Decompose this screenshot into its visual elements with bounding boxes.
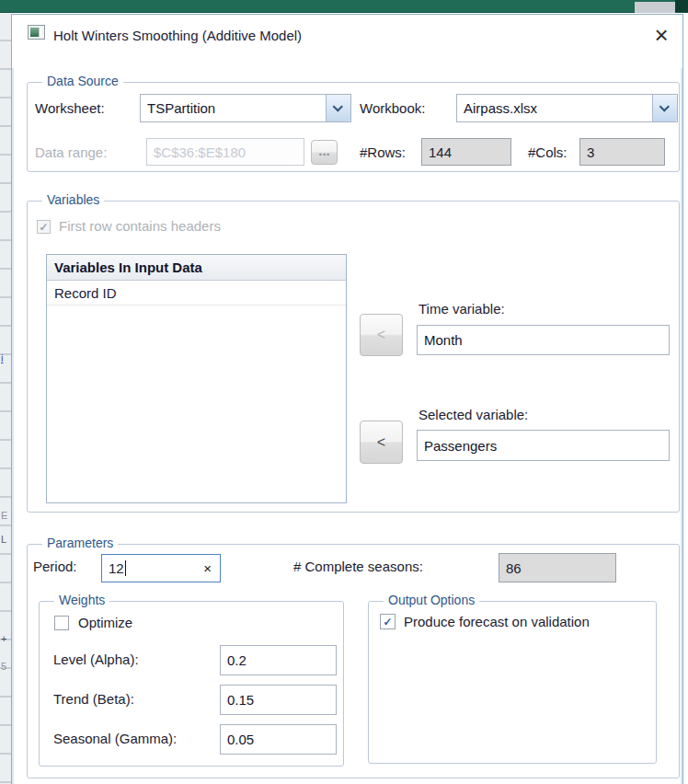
complete-seasons-label: # Complete seasons: — [293, 559, 423, 574]
background-spreadsheet-strip: i E L + 5 — [0, 13, 11, 784]
variables-listbox[interactable]: Variables In Input Data Record ID — [46, 254, 347, 503]
sheet-text-fragment: i — [1, 352, 11, 363]
holt-winters-dialog: Holt Winters Smoothing (Additive Model) … — [11, 14, 683, 784]
chevron-down-icon[interactable] — [326, 95, 350, 121]
rows-value-box: 144 — [421, 138, 511, 166]
workbook-dropdown[interactable]: Airpass.xlsx — [456, 94, 678, 122]
trend-beta-label: Trend (Beta): — [53, 691, 134, 707]
first-row-headers-label: First row contains headers — [59, 218, 221, 234]
app-icon — [28, 25, 45, 40]
worksheet-value: TSPartition — [141, 100, 326, 116]
workbook-label: Workbook: — [360, 100, 425, 116]
level-alpha-label: Level (Alpha): — [53, 651, 139, 667]
variables-list-header: Variables In Input Data — [47, 255, 346, 281]
output-options-group-label: Output Options — [384, 593, 479, 607]
parameters-group: Parameters Period: 12 × # Complete seaso… — [27, 544, 680, 778]
period-input[interactable]: 12 × — [101, 554, 221, 582]
check-icon: ✓ — [39, 222, 48, 233]
data-source-group: Data Source Worksheet: TSPartition Workb… — [27, 82, 680, 172]
output-options-group: Output Options ✓ Produce forecast on val… — [368, 601, 657, 764]
chevron-down-icon[interactable] — [652, 95, 677, 121]
text-caret — [125, 560, 126, 576]
list-item[interactable]: Record ID — [47, 281, 346, 306]
selected-variable-field[interactable]: Passengers — [417, 430, 670, 461]
move-selected-variable-button[interactable]: < — [360, 421, 403, 464]
variables-group-label: Variables — [42, 192, 104, 207]
time-variable-field[interactable]: Month — [417, 325, 670, 355]
worksheet-dropdown[interactable]: TSPartition — [140, 94, 351, 122]
rows-label: #Rows: — [360, 144, 406, 160]
weights-group-label: Weights — [54, 593, 109, 607]
time-variable-label: Time variable: — [419, 301, 505, 317]
excel-ribbon-dark-fragment — [675, 0, 688, 12]
close-icon[interactable]: × — [645, 18, 678, 52]
weights-group: Weights Optimize Level (Alpha): 0.2 Tren… — [39, 601, 344, 767]
sheet-text-fragment: E — [1, 510, 11, 521]
seasonal-gamma-input[interactable]: 0.05 — [220, 724, 337, 755]
sheet-text-fragment: 5 — [1, 661, 11, 672]
data-range-browse-button: ... — [311, 140, 338, 165]
data-range-input: $C$36:$E$180 — [146, 138, 304, 166]
first-row-headers-checkbox: ✓ — [37, 220, 51, 234]
data-range-label: Data range: — [35, 144, 107, 160]
dialog-title: Holt Winters Smoothing (Additive Model) — [53, 28, 302, 43]
data-source-group-label: Data Source — [42, 74, 123, 88]
trend-beta-input[interactable]: 0.15 — [220, 685, 337, 715]
level-alpha-input[interactable]: 0.2 — [220, 645, 337, 675]
worksheet-label: Worksheet: — [35, 100, 105, 116]
cols-value-box: 3 — [579, 138, 665, 166]
sheet-text-fragment: + — [1, 633, 11, 644]
produce-forecast-label: Produce forecast on validation — [404, 614, 590, 629]
check-icon: ✓ — [383, 617, 392, 628]
title-bar[interactable]: Holt Winters Smoothing (Additive Model) … — [12, 15, 682, 68]
sheet-text-fragment: L — [1, 534, 11, 545]
complete-seasons-value-box: 86 — [499, 553, 616, 582]
optimize-checkbox[interactable] — [54, 616, 69, 630]
variables-group: Variables ✓ First row contains headers V… — [27, 201, 680, 513]
optimize-label: Optimize — [78, 615, 132, 630]
period-value: 12 — [109, 560, 124, 576]
move-time-variable-button: < — [360, 314, 403, 356]
produce-forecast-checkbox[interactable]: ✓ — [380, 614, 396, 629]
workbook-value: Airpass.xlsx — [457, 100, 652, 116]
period-label: Period: — [33, 559, 77, 574]
selected-variable-label: Selected variable: — [419, 407, 528, 422]
parameters-group-label: Parameters — [42, 536, 118, 550]
cols-label: #Cols: — [528, 144, 568, 160]
seasonal-gamma-label: Seasonal (Gamma): — [53, 731, 177, 746]
excel-ribbon-tab-fragment — [635, 2, 675, 13]
excel-ribbon-strip — [0, 0, 688, 13]
clear-icon[interactable]: × — [195, 560, 220, 576]
